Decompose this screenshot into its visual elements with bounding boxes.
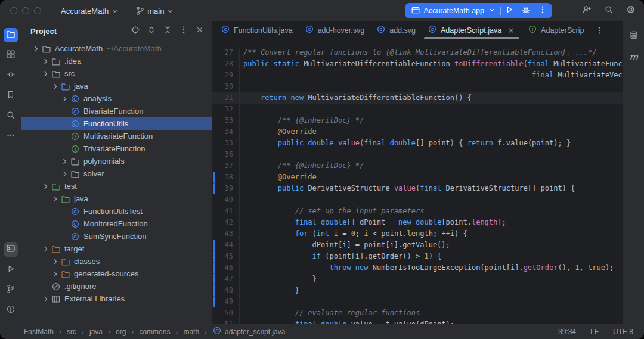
tree-item-monitoredfunction[interactable]: CMonitoredFunction: [21, 217, 212, 230]
breadcrumb-item[interactable]: org: [116, 328, 126, 336]
activity-run-button[interactable]: [4, 263, 18, 277]
line-number[interactable]: 44: [212, 240, 240, 251]
code-line[interactable]: 51 final double value = f.value(dPoint);: [212, 319, 623, 324]
tree-item-target[interactable]: target: [21, 242, 212, 255]
database-tool-button[interactable]: [627, 29, 641, 43]
breadcrumb-item[interactable]: src: [67, 328, 76, 336]
code-line[interactable]: 31 return new MultivariateDifferentiable…: [212, 92, 623, 104]
line-number[interactable]: 31: [212, 92, 240, 104]
line-number[interactable]: 37: [212, 160, 240, 172]
tab-functionutils-java[interactable]: CFunctionUtils.java: [215, 21, 299, 39]
tree-item-sumsyncfunction[interactable]: CSumSyncFunction: [21, 230, 212, 242]
branch-switcher[interactable]: main: [131, 4, 178, 18]
line-number[interactable]: 42: [212, 217, 240, 228]
chevron-right-icon[interactable]: [41, 294, 51, 304]
line-number[interactable]: 49: [212, 296, 240, 307]
activity-terminal-button[interactable]: [4, 242, 18, 257]
line-number[interactable]: 28: [212, 58, 240, 70]
line-number[interactable]: 48: [212, 285, 240, 296]
activity-more-tools-button[interactable]: [4, 129, 18, 144]
activity-git-button[interactable]: [4, 283, 18, 297]
code-line[interactable]: 44 dPoint[i] = point[i].getValue();: [212, 240, 623, 251]
close-tab-icon[interactable]: [506, 26, 516, 35]
code-line[interactable]: 48 }: [212, 285, 623, 296]
tree-item-functionutilstest[interactable]: CFunctionUtilsTest: [21, 205, 212, 217]
breadcrumb-item[interactable]: commons: [139, 328, 170, 336]
tree-item--gitignore[interactable]: .gitignore: [21, 280, 212, 293]
code-line[interactable]: 30: [212, 81, 623, 92]
activity-problems-button[interactable]: [4, 303, 18, 318]
code-line[interactable]: 34 @Override: [212, 126, 623, 138]
tree-item-java[interactable]: java: [21, 192, 212, 205]
run-configuration-selector[interactable]: AccurateMath app: [406, 5, 500, 17]
code-line[interactable]: 41 // set up the input parameters: [212, 206, 623, 217]
tree-item-solver[interactable]: solver: [21, 167, 212, 180]
chevron-right-icon[interactable]: [50, 269, 61, 279]
caret-position[interactable]: 39:34: [558, 328, 576, 336]
code-line[interactable]: 43 for (int i = 0; i < point.length; ++i…: [212, 228, 623, 240]
tree-item-src[interactable]: src: [21, 67, 212, 80]
file-encoding[interactable]: UTF-8: [613, 328, 633, 336]
tab-adapterscript-java[interactable]: CAdapterScript.java: [422, 21, 522, 39]
chevron-right-icon[interactable]: [50, 257, 61, 266]
line-number[interactable]: 40: [212, 194, 240, 206]
settings-button[interactable]: [626, 5, 636, 17]
code-line[interactable]: 47 }: [212, 273, 623, 285]
line-number[interactable]: 41: [212, 206, 240, 217]
close-window-button[interactable]: [10, 7, 17, 14]
code-line[interactable]: 37 /** {@inheritDoc} */: [212, 160, 623, 172]
line-number[interactable]: 39: [212, 183, 240, 194]
chevron-right-icon[interactable]: [41, 69, 51, 79]
code-editor[interactable]: 27/** Convert regular functions to {@lin…: [212, 39, 623, 324]
code-line[interactable]: 39 public DerivativeStructure value(fina…: [212, 183, 623, 194]
chevron-right-icon[interactable]: [50, 194, 61, 204]
run-button[interactable]: [501, 3, 518, 18]
tab-add-hover-svg[interactable]: Cadd-hover.svg: [299, 21, 371, 39]
activity-project-button[interactable]: [4, 28, 18, 42]
chevron-right-icon[interactable]: [60, 169, 70, 179]
activity-bookmarks-button[interactable]: [4, 89, 18, 103]
collapse-all-button[interactable]: [162, 25, 174, 37]
line-number[interactable]: 29: [212, 70, 240, 81]
tree-item-multivariatefunction[interactable]: IMultivariateFunction: [21, 130, 212, 142]
tree-item-accuratemath[interactable]: AccurateMath~/AccurateMath: [21, 42, 212, 55]
code-line[interactable]: 27/** Convert regular functions to {@lin…: [212, 47, 623, 58]
code-line[interactable]: 28public static MultivariateDifferentiab…: [212, 58, 623, 70]
chevron-right-icon[interactable]: [50, 82, 61, 91]
breadcrumb-file[interactable]: Cadapter_script.java: [212, 326, 285, 337]
code-line[interactable]: 33 /** {@inheritDoc} */: [212, 115, 623, 126]
line-number[interactable]: 30: [212, 81, 240, 92]
tab-list-more-button[interactable]: [590, 21, 609, 39]
code-line[interactable]: 29 final MultivariateVectorFunction grad…: [212, 70, 623, 81]
breadcrumb-item[interactable]: FastMath: [24, 328, 54, 336]
debug-button[interactable]: [518, 3, 534, 18]
line-number[interactable]: 50: [212, 307, 240, 319]
tree-item-analysis[interactable]: Canalysis: [21, 92, 212, 105]
tree-item-classes[interactable]: classes: [21, 255, 212, 268]
line-number[interactable]: 47: [212, 273, 240, 285]
chevron-right-icon[interactable]: [60, 157, 70, 166]
locate-button[interactable]: [129, 25, 141, 37]
line-number[interactable]: 34: [212, 126, 240, 138]
tab-adapterscrip[interactable]: IAdapterScrip: [522, 21, 590, 39]
breadcrumb-item[interactable]: math: [183, 328, 199, 336]
line-number[interactable]: 51: [212, 319, 240, 324]
tree-item-generated-sources[interactable]: generated-sources: [21, 268, 212, 280]
tree-item-test[interactable]: test: [21, 180, 212, 192]
line-number[interactable]: 32: [212, 104, 240, 115]
chevron-right-icon[interactable]: [41, 244, 51, 254]
code-line[interactable]: 36: [212, 149, 623, 160]
tree-item-trivariatefunction[interactable]: ITrivariateFunction: [21, 142, 212, 155]
code-line[interactable]: 38 @Override: [212, 172, 623, 183]
line-number[interactable]: 45: [212, 251, 240, 262]
tree-item-external-libraries[interactable]: External Libraries: [21, 293, 212, 305]
tree-item-functionutils[interactable]: CFunctionUtils: [21, 117, 212, 130]
expand-all-button[interactable]: [145, 25, 157, 37]
search-everywhere-button[interactable]: [604, 5, 614, 17]
chevron-right-icon[interactable]: [41, 182, 51, 191]
project-switcher[interactable]: AccurateMath: [57, 4, 123, 18]
run-more-button[interactable]: [534, 3, 551, 18]
hide-button[interactable]: [194, 25, 206, 37]
breadcrumb-item[interactable]: java: [89, 328, 103, 336]
activity-find-button[interactable]: [4, 109, 18, 123]
